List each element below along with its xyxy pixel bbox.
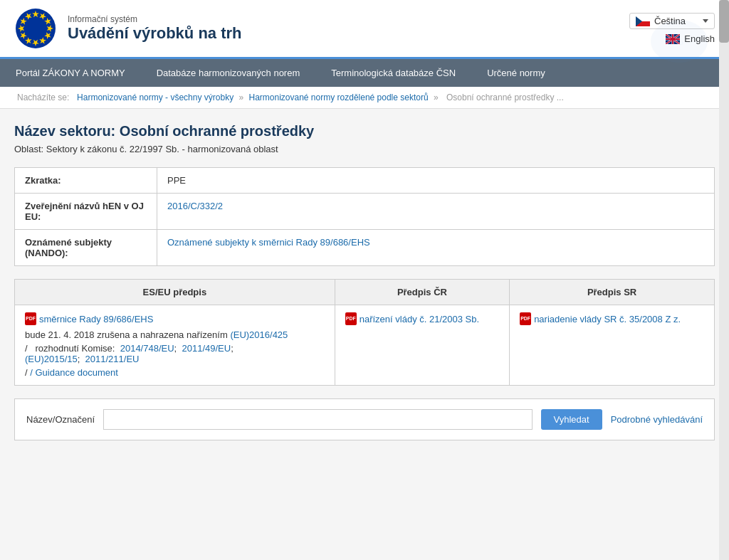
search-input[interactable] [103, 409, 532, 430]
main-content: Název sektoru: Osobní ochranné prostředk… [0, 109, 729, 455]
breadcrumb: Nacházíte se: Harmonizované normy - všec… [0, 87, 729, 109]
eu-commission-text: / rozhodnutí Komise: 2014/748/EU; 2011/4… [25, 343, 325, 364]
scrollbar-thumb[interactable] [719, 0, 729, 43]
advanced-search-link[interactable]: Podrobné vyhledávání [611, 414, 703, 425]
eu-decision-link-3[interactable]: (EU)2015/15 [25, 354, 78, 364]
header-subtitle: Informační systém [68, 14, 242, 24]
eu-regulation-link[interactable]: (EU)2016/425 [230, 329, 288, 340]
sr-regulation-link[interactable]: nariadenie vlády SR č. 35/2008 Z z. [534, 314, 681, 324]
breadcrumb-prefix: Nacházíte se: [17, 93, 69, 102]
breadcrumb-link-1[interactable]: Harmonizované normy - všechny výrobky [77, 93, 234, 102]
breadcrumb-current: Osobní ochranné prostředky ... [446, 93, 564, 102]
nav-item-databaze[interactable]: Databáze harmonizovaných norem [141, 59, 316, 87]
reg-header-cr: Předpis ČR [335, 280, 509, 305]
header-right: Čeština English EU [629, 13, 715, 44]
eu-decision-link-2[interactable]: 2011/49/EU [182, 343, 231, 354]
scrollbar-track[interactable] [719, 0, 729, 455]
nav-item-zakony[interactable]: Portál ZÁKONY A NORMY [0, 59, 141, 87]
eu-logo [14, 7, 57, 50]
reg-header-eu: ES/EU předpis [15, 280, 335, 305]
info-value-nando: Oznámené subjekty k směrnici Rady 89/686… [157, 230, 715, 266]
nav-item-urcene[interactable]: Určené normy [471, 59, 561, 87]
info-row-nando: Oznámené subjekty (NANDO): Oznámené subj… [15, 230, 715, 266]
eu-guidance: / / Guidance document [25, 367, 325, 378]
search-button[interactable]: Vyhledat [541, 409, 602, 430]
eu-decision-link-4[interactable]: 2011/211/EU [85, 354, 140, 364]
eu-body-text: bude 21. 4. 2018 zrušena a nahrazena nař… [25, 329, 325, 340]
sr-regulation-link-wrapper: PDF nariadenie vlády SR č. 35/2008 Z z. [520, 312, 704, 325]
regulation-table: ES/EU předpis Předpis ČR Předpis SR PDF … [14, 279, 715, 386]
pdf-icon-cr: PDF [345, 312, 357, 325]
header-title: Uvádění výrobků na trh [68, 24, 242, 43]
pdf-icon-sr: PDF [520, 312, 531, 325]
info-label-zkratka: Zkratka: [15, 168, 157, 194]
page-subtitle: Oblast: Sektory k zákonu č. 22/1997 Sb. … [14, 144, 715, 154]
eu-map-watermark: EU [644, 16, 715, 66]
eu-directive-link[interactable]: směrnice Rady 89/686/EHS [39, 314, 153, 324]
eu-directive-link-wrapper: PDF směrnice Rady 89/686/EHS [25, 312, 325, 325]
info-value-zkratka: PPE [157, 168, 715, 194]
reg-header-sr: Předpis SR [510, 280, 715, 305]
info-label-nando: Oznámené subjekty (NANDO): [15, 230, 157, 266]
guidance-document-link[interactable]: / Guidance document [30, 367, 118, 378]
header-left: Informační systém Uvádění výrobků na trh [14, 7, 242, 50]
nando-link[interactable]: Oznámené subjekty k směrnici Rady 89/686… [167, 237, 370, 248]
reg-cell-cr: PDF nařízení vlády č. 21/2003 Sb. [335, 305, 509, 386]
info-label-oj: Zveřejnění názvů hEN v OJ EU: [15, 194, 157, 230]
breadcrumb-sep-1: » [238, 93, 246, 102]
info-table: Zkratka: PPE Zveřejnění názvů hEN v OJ E… [14, 167, 715, 266]
svg-text:EU: EU [675, 40, 683, 46]
eu-decision-link-1[interactable]: 2014/748/EU [120, 343, 174, 354]
reg-cell-eu: PDF směrnice Rady 89/686/EHS bude 21. 4.… [15, 305, 335, 386]
page-title: Název sektoru: Osobní ochranné prostředk… [14, 123, 715, 139]
cr-regulation-link-wrapper: PDF nařízení vlády č. 21/2003 Sb. [345, 312, 499, 325]
reg-table-header-row: ES/EU předpis Předpis ČR Předpis SR [15, 280, 715, 305]
main-nav: Portál ZÁKONY A NORMY Databáze harmonizo… [0, 59, 729, 87]
info-value-oj: 2016/C/332/2 [157, 194, 715, 230]
breadcrumb-sep-2: » [434, 93, 441, 102]
info-row-oj: Zveřejnění názvů hEN v OJ EU: 2016/C/332… [15, 194, 715, 230]
search-bar: Název/Označení Vyhledat Podrobné vyhledá… [14, 398, 715, 440]
nav-item-terminologie[interactable]: Terminologická databáze ČSN [315, 59, 471, 87]
search-label: Název/Označení [26, 414, 95, 425]
pdf-icon-eu: PDF [25, 312, 36, 325]
reg-table-row: PDF směrnice Rady 89/686/EHS bude 21. 4.… [15, 305, 715, 386]
breadcrumb-link-2[interactable]: Harmonizované normy rozdělené podle sekt… [248, 93, 428, 102]
oj-link[interactable]: 2016/C/332/2 [167, 201, 223, 211]
page-header: Informační systém Uvádění výrobků na trh… [0, 0, 729, 59]
header-title-block: Informační systém Uvádění výrobků na trh [68, 14, 242, 43]
cr-regulation-link[interactable]: nařízení vlády č. 21/2003 Sb. [360, 314, 479, 324]
info-row-zkratka: Zkratka: PPE [15, 168, 715, 194]
reg-cell-sr: PDF nariadenie vlády SR č. 35/2008 Z z. [510, 305, 715, 386]
